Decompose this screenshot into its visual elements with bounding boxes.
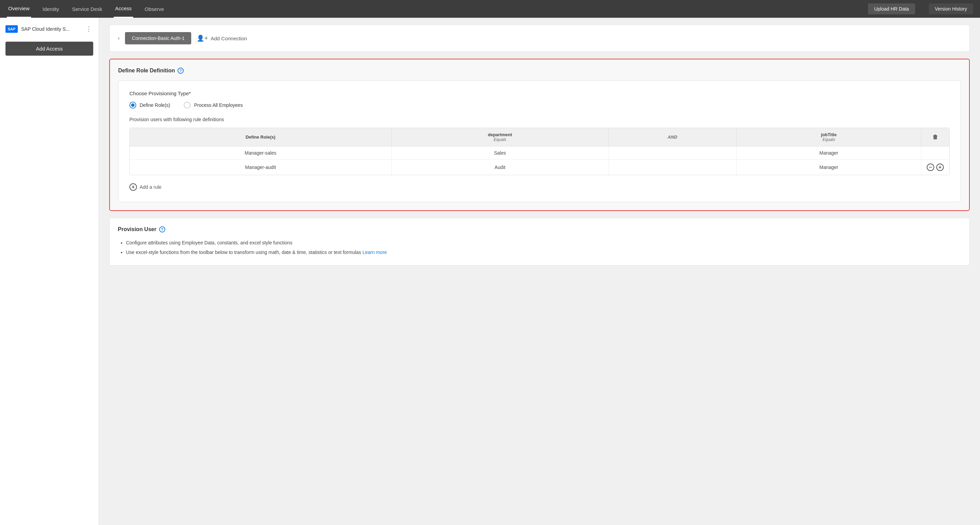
nav-observe[interactable]: Observe bbox=[143, 1, 165, 18]
add-connection-label: Add Connection bbox=[211, 35, 247, 41]
table-header-row: Define Role(s) department Equals AND bbox=[130, 128, 949, 146]
chevron-right-icon: › bbox=[118, 35, 119, 41]
row2-and bbox=[608, 160, 737, 175]
nav-service-desk[interactable]: Service Desk bbox=[71, 1, 103, 18]
col-job-title: jobTitle Equals bbox=[737, 128, 921, 146]
row1-job-title: Manager bbox=[737, 146, 921, 160]
sidebar-menu-button[interactable]: ⋮ bbox=[84, 25, 93, 33]
add-rule-button[interactable]: + Add a rule bbox=[129, 182, 162, 192]
provision-user-section: Provision User ? Configure attributes us… bbox=[109, 218, 970, 266]
main-content: › Connection-Basic Auth-1 👤+ Add Connect… bbox=[99, 18, 980, 525]
bullet-item-2: Use excel-style functions from the toolb… bbox=[126, 248, 961, 257]
table-row: Manager-sales Sales Manager bbox=[130, 146, 949, 160]
learn-more-link[interactable]: Learn more bbox=[363, 250, 387, 255]
add-rule-circle-icon: + bbox=[129, 183, 137, 191]
main-layout: SAP SAP Cloud Identity S... ⋮ Add Access… bbox=[0, 18, 980, 525]
provision-user-title-text: Provision User bbox=[118, 226, 156, 232]
rules-table-wrapper: Define Role(s) department Equals AND bbox=[129, 128, 950, 175]
provision-user-bullets: Configure attributes using Employee Data… bbox=[118, 238, 961, 257]
provisioning-type-label: Choose Provisioning Type* bbox=[129, 91, 950, 96]
define-role-title: Define Role Definition ? bbox=[118, 68, 961, 74]
define-role-help-icon[interactable]: ? bbox=[178, 68, 184, 74]
row2-role: Manager-audit bbox=[130, 160, 391, 175]
add-access-button[interactable]: Add Access bbox=[5, 41, 93, 56]
row1-department: Sales bbox=[391, 146, 608, 160]
radio-define-roles-label: Define Role(s) bbox=[140, 102, 170, 108]
nav-overview[interactable]: Overview bbox=[7, 0, 31, 18]
col-and: AND bbox=[608, 128, 737, 146]
radio-define-roles-circle bbox=[129, 102, 136, 108]
row2-action-icons: − + bbox=[927, 164, 944, 171]
bullet-item-1: Configure attributes using Employee Data… bbox=[126, 238, 961, 248]
col-define-roles: Define Role(s) bbox=[130, 128, 391, 146]
top-nav: Overview Identity Service Desk Access Ob… bbox=[0, 0, 980, 18]
col-actions: 🗑 bbox=[921, 128, 950, 146]
row1-and bbox=[608, 146, 737, 160]
rules-table: Define Role(s) department Equals AND bbox=[130, 128, 949, 175]
version-history-button[interactable]: Version History bbox=[929, 3, 973, 14]
delete-header-icon[interactable]: 🗑 bbox=[932, 134, 938, 140]
row1-actions bbox=[921, 146, 950, 160]
row1-role: Manager-sales bbox=[130, 146, 391, 160]
provision-subtitle: Provision users with following rule defi… bbox=[129, 117, 950, 122]
sap-logo: SAP bbox=[5, 25, 18, 33]
upload-hr-data-button[interactable]: Upload HR Data bbox=[868, 3, 915, 14]
radio-process-all-circle bbox=[184, 102, 191, 108]
radio-define-roles[interactable]: Define Role(s) bbox=[129, 102, 170, 108]
nav-identity[interactable]: Identity bbox=[41, 1, 60, 18]
provisioning-radio-group: Define Role(s) Process All Employees bbox=[129, 102, 950, 108]
add-connection-link[interactable]: 👤+ Add Connection bbox=[197, 32, 247, 45]
add-connection-person-icon: 👤+ bbox=[197, 35, 208, 42]
provisioning-container: Choose Provisioning Type* Define Role(s)… bbox=[118, 81, 961, 202]
remove-row-button[interactable]: − bbox=[927, 164, 934, 171]
row2-department: Audit bbox=[391, 160, 608, 175]
nav-access[interactable]: Access bbox=[114, 0, 133, 18]
connection-basic-auth-button[interactable]: Connection-Basic Auth-1 bbox=[125, 32, 191, 45]
radio-process-all-label: Process All Employees bbox=[194, 102, 242, 108]
radio-process-all[interactable]: Process All Employees bbox=[184, 102, 242, 108]
col-department: department Equals bbox=[391, 128, 608, 146]
connection-block: › Connection-Basic Auth-1 👤+ Add Connect… bbox=[109, 25, 970, 52]
define-role-section: Define Role Definition ? Choose Provisio… bbox=[109, 59, 970, 211]
add-row-button[interactable]: + bbox=[936, 164, 944, 171]
define-role-title-text: Define Role Definition bbox=[118, 68, 175, 74]
provision-user-help-icon[interactable]: ? bbox=[159, 226, 165, 232]
row2-job-title: Manager bbox=[737, 160, 921, 175]
sidebar: SAP SAP Cloud Identity S... ⋮ Add Access bbox=[0, 18, 99, 525]
add-rule-label: Add a rule bbox=[140, 185, 162, 190]
table-row: Manager-audit Audit Manager − + bbox=[130, 160, 949, 175]
sidebar-header: SAP SAP Cloud Identity S... ⋮ bbox=[5, 25, 93, 33]
row2-actions: − + bbox=[921, 160, 950, 175]
provision-user-title: Provision User ? bbox=[118, 226, 961, 232]
sidebar-app-name: SAP Cloud Identity S... bbox=[21, 26, 81, 32]
